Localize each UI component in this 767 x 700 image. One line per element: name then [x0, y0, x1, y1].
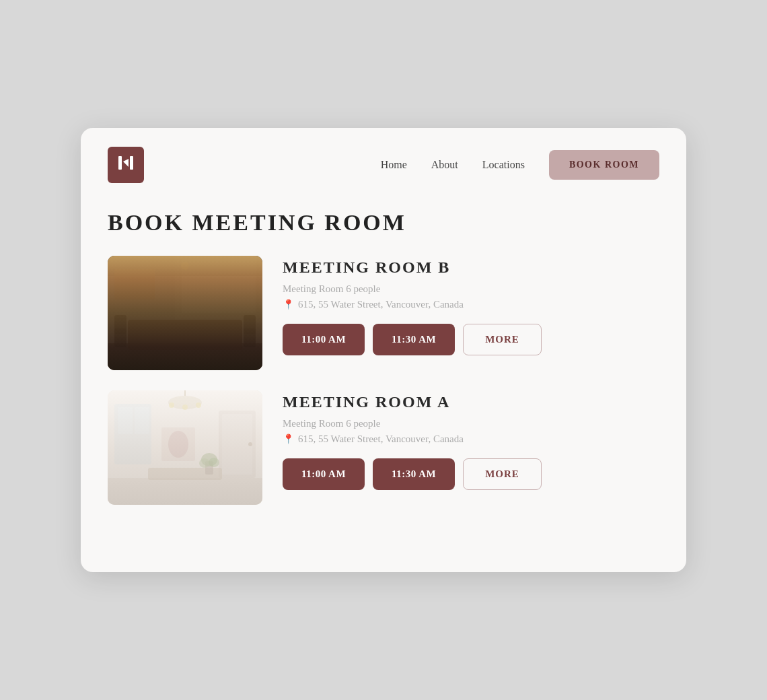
svg-rect-16 [108, 390, 262, 505]
room-b-info: MEETING ROOM B Meeting Room 6 people 📍 6… [283, 256, 659, 355]
svg-point-36 [209, 458, 219, 467]
logo-icon [116, 153, 135, 176]
room-a-actions: 11:00 AM 11:30 AM MORE [283, 458, 659, 490]
page-title: BOOK MEETING ROOM [81, 197, 686, 256]
svg-rect-17 [108, 390, 262, 478]
svg-rect-10 [114, 328, 126, 347]
svg-rect-22 [219, 411, 256, 478]
room-a-time1-button[interactable]: 11:00 AM [283, 458, 365, 490]
svg-rect-7 [108, 343, 262, 370]
svg-rect-3 [108, 256, 262, 370]
location-pin-icon-b: 📍 [283, 299, 294, 310]
svg-rect-19 [114, 404, 151, 464]
room-b-location: 📍 615, 55 Water Street, Vancouver, Canad… [283, 299, 659, 310]
room-b-time2-button[interactable]: 11:30 AM [373, 324, 455, 355]
svg-rect-15 [108, 256, 262, 370]
room-list: MEETING ROOM B Meeting Room 6 people 📍 6… [81, 256, 686, 505]
svg-rect-5 [182, 259, 256, 313]
nav-home[interactable]: Home [381, 159, 407, 171]
svg-rect-21 [135, 407, 149, 434]
room-b-image [108, 256, 262, 370]
nav-links: Home About Locations BOOK ROOM [381, 150, 659, 180]
room-a-more-button[interactable]: MORE [463, 458, 542, 490]
room-b-capacity: Meeting Room 6 people [283, 283, 659, 295]
room-b-actions: 11:00 AM 11:30 AM MORE [283, 324, 659, 355]
svg-rect-0 [118, 156, 122, 170]
svg-rect-4 [175, 256, 262, 323]
svg-rect-6 [108, 256, 262, 276]
room-b-name: MEETING ROOM B [283, 258, 659, 277]
navbar: Home About Locations BOOK ROOM [81, 128, 686, 197]
svg-rect-11 [244, 315, 256, 334]
room-a-location: 📍 615, 55 Water Street, Vancouver, Canad… [283, 433, 659, 445]
room-a-name: MEETING ROOM A [283, 393, 659, 411]
svg-point-25 [168, 396, 202, 409]
svg-point-29 [196, 403, 201, 408]
svg-point-27 [169, 403, 174, 408]
svg-rect-9 [114, 315, 126, 334]
room-b-time1-button[interactable]: 11:00 AM [283, 324, 365, 355]
svg-rect-31 [161, 427, 195, 461]
room-a-info: MEETING ROOM A Meeting Room 6 people 📍 6… [283, 390, 659, 490]
app-container: Home About Locations BOOK ROOM BOOK MEET… [81, 128, 686, 572]
svg-point-34 [201, 453, 217, 466]
svg-rect-13 [114, 269, 155, 300]
svg-rect-1 [130, 156, 133, 170]
svg-point-35 [199, 458, 210, 468]
room-a-time2-button[interactable]: 11:30 AM [373, 458, 455, 490]
svg-point-24 [248, 442, 252, 446]
room-a-image [108, 390, 262, 505]
svg-point-32 [168, 431, 188, 458]
room-card-a: MEETING ROOM A Meeting Room 6 people 📍 6… [108, 390, 659, 505]
room-a-capacity: Meeting Room 6 people [283, 418, 659, 429]
svg-rect-8 [128, 320, 242, 350]
svg-point-14 [181, 262, 189, 270]
svg-rect-20 [118, 407, 133, 434]
nav-locations[interactable]: Locations [482, 159, 525, 171]
svg-rect-33 [205, 461, 213, 475]
svg-rect-30 [148, 468, 222, 480]
nav-about[interactable]: About [431, 159, 458, 171]
book-room-button[interactable]: BOOK ROOM [549, 150, 659, 180]
room-card-b: MEETING ROOM B Meeting Room 6 people 📍 6… [108, 256, 659, 370]
location-pin-icon-a: 📍 [283, 433, 294, 445]
logo[interactable] [108, 147, 144, 183]
svg-rect-12 [244, 328, 256, 347]
svg-rect-23 [222, 414, 252, 475]
svg-rect-18 [108, 478, 262, 505]
svg-point-28 [182, 405, 188, 410]
svg-marker-2 [123, 159, 129, 167]
room-b-more-button[interactable]: MORE [463, 324, 542, 355]
